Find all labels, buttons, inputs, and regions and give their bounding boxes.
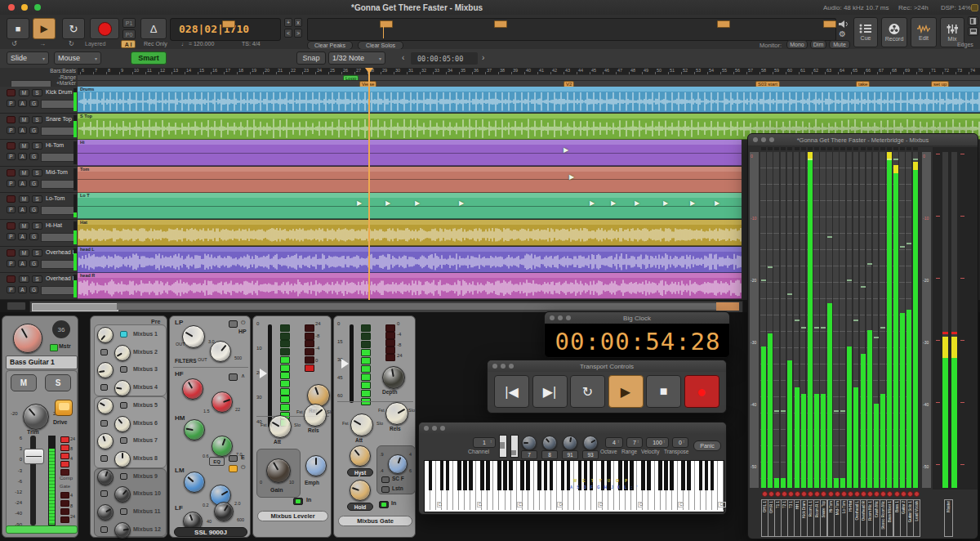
- modwheel-handle[interactable]: [511, 450, 516, 455]
- track-group-button[interactable]: G: [29, 286, 38, 293]
- meter-rec-dot[interactable]: [841, 491, 847, 497]
- meter-rec-dot[interactable]: [801, 491, 807, 497]
- track-rec-arm-button[interactable]: [7, 275, 16, 283]
- send-enable-button[interactable]: [120, 366, 127, 373]
- track-group-button[interactable]: G: [29, 233, 38, 240]
- ssl-hp-knob[interactable]: [210, 341, 231, 362]
- cc-knob[interactable]: [563, 436, 577, 450]
- leveler-rels-knob[interactable]: [304, 404, 327, 427]
- ssl-e-button[interactable]: [229, 455, 238, 462]
- track-automation-button[interactable]: A: [18, 180, 27, 187]
- ruler-range-label[interactable]: -Range: [59, 74, 76, 80]
- send-level-knob[interactable]: [114, 345, 131, 361]
- piano-black-key[interactable]: [429, 461, 433, 490]
- piano-black-key[interactable]: [687, 461, 691, 490]
- nudge-clock[interactable]: 00:00:05:00: [411, 52, 478, 65]
- track-name[interactable]: Hi-Tom: [46, 142, 64, 148]
- cc-value-box[interactable]: 93: [582, 450, 599, 459]
- metronome-button[interactable]: Δ: [140, 18, 167, 39]
- nudge-right-button[interactable]: >: [294, 29, 302, 38]
- piano-black-key[interactable]: [699, 461, 703, 490]
- send-bus-label[interactable]: Mixbus 4: [133, 384, 158, 390]
- close-window-icon[interactable]: [8, 4, 15, 11]
- meter-rec-dot[interactable]: [854, 491, 860, 497]
- track-playlist-button[interactable]: P: [7, 180, 16, 187]
- mini-autoreturn-icon[interactable]: ↻: [69, 40, 74, 47]
- piano-black-key[interactable]: [681, 461, 685, 490]
- send-enable-button[interactable]: [100, 455, 108, 462]
- ssl-hf-bell-button[interactable]: [229, 373, 238, 381]
- velocity-stepper[interactable]: 100↕: [646, 437, 669, 448]
- minimap-marker-chip[interactable]: [222, 20, 235, 28]
- audio-region[interactable]: Hat: [78, 220, 742, 246]
- meter-rec-dot[interactable]: [861, 491, 866, 497]
- piano-black-key[interactable]: [486, 461, 490, 490]
- leveler-gain-knob[interactable]: [266, 458, 291, 483]
- track-automation-button[interactable]: A: [18, 153, 27, 160]
- track-name[interactable]: Overhead R: [46, 275, 77, 281]
- mini-return-icon[interactable]: ↺: [11, 40, 17, 47]
- track-playlist-button[interactable]: P: [7, 286, 16, 293]
- meter-rec-dot[interactable]: [887, 491, 893, 497]
- cue-page-button[interactable]: Cue: [853, 17, 878, 47]
- playhead[interactable]: [368, 68, 370, 300]
- piano-black-key[interactable]: [526, 461, 530, 490]
- meter-rec-dot[interactable]: [788, 491, 794, 497]
- piano-black-key[interactable]: [641, 461, 645, 490]
- strip-mute-button[interactable]: M: [11, 374, 37, 391]
- range-stepper[interactable]: 7↕: [626, 437, 643, 448]
- session-minimap[interactable]: [307, 18, 836, 41]
- track-gain-display[interactable]: [41, 100, 75, 109]
- track-name[interactable]: Overhead L: [46, 249, 76, 255]
- meter-rec-dot[interactable]: [874, 491, 880, 497]
- speaker-icon[interactable]: [838, 20, 849, 29]
- leveler-threshold-track[interactable]: [268, 324, 272, 427]
- track-playlist-button[interactable]: P: [7, 100, 16, 107]
- audio-region[interactable]: head R: [78, 273, 742, 299]
- minimap-marker-chip[interactable]: [823, 20, 836, 28]
- piano-black-key[interactable]: [480, 461, 484, 490]
- punch-in-button[interactable]: P1: [122, 18, 136, 28]
- track-rec-arm-button[interactable]: [7, 222, 16, 230]
- track-gain-display[interactable]: [41, 153, 75, 162]
- piano-black-key[interactable]: [710, 461, 715, 490]
- tempo-label[interactable]: ♩ = 120.000: [181, 41, 214, 47]
- send-enable-button[interactable]: [100, 349, 108, 355]
- track-name[interactable]: Kick Drum: [46, 89, 72, 95]
- send-enable-button[interactable]: [120, 473, 127, 480]
- marker-ruler[interactable]: VerseV2S03 starttakeset up: [78, 80, 980, 87]
- send-bus-label[interactable]: Mixbus 7: [133, 437, 158, 443]
- ssl-hm-gain-knob[interactable]: [184, 419, 205, 440]
- gate-att-knob[interactable]: [350, 414, 373, 436]
- leveler-threshold-pointer[interactable]: [260, 369, 267, 378]
- track-mute-button[interactable]: M: [19, 249, 29, 257]
- cc-knob[interactable]: [522, 436, 537, 450]
- track-gain-display[interactable]: [41, 286, 75, 295]
- bars-beats-ruler[interactable]: 6789101112131415161718192021222324252627…: [78, 68, 980, 74]
- snap-button[interactable]: Snap: [296, 51, 326, 65]
- send-enable-button[interactable]: [100, 384, 108, 391]
- track-rec-arm-button[interactable]: [7, 142, 16, 150]
- track-playlist-button[interactable]: P: [7, 260, 16, 267]
- mini-follow-icon[interactable]: →: [39, 40, 46, 47]
- meter-rec-dot[interactable]: [901, 491, 906, 497]
- meter-rec-dot[interactable]: [768, 491, 774, 497]
- track-gain-display[interactable]: [41, 260, 75, 269]
- track-mute-button[interactable]: M: [19, 275, 29, 283]
- record-button[interactable]: ●: [684, 375, 719, 408]
- nudge-left-button[interactable]: <: [284, 29, 292, 38]
- send-level-knob[interactable]: [97, 469, 114, 485]
- track-playlist-button[interactable]: P: [7, 153, 16, 160]
- octave-stepper[interactable]: 4↕: [605, 437, 623, 448]
- piano-black-key[interactable]: [457, 461, 461, 490]
- record-page-button[interactable]: Record: [881, 17, 907, 47]
- loop-button[interactable]: ↻: [62, 18, 85, 39]
- piano-black-key[interactable]: [664, 461, 668, 490]
- rec-only-label[interactable]: Rec Only: [144, 41, 167, 47]
- meter-rec-dot[interactable]: [821, 491, 826, 497]
- strip-solo-button[interactable]: S: [45, 374, 71, 391]
- piano-black-key[interactable]: [497, 461, 501, 490]
- track-solo-button[interactable]: S: [32, 249, 42, 257]
- smart-mode-button[interactable]: Smart: [131, 51, 167, 65]
- gate-freq-knob[interactable]: [388, 454, 408, 474]
